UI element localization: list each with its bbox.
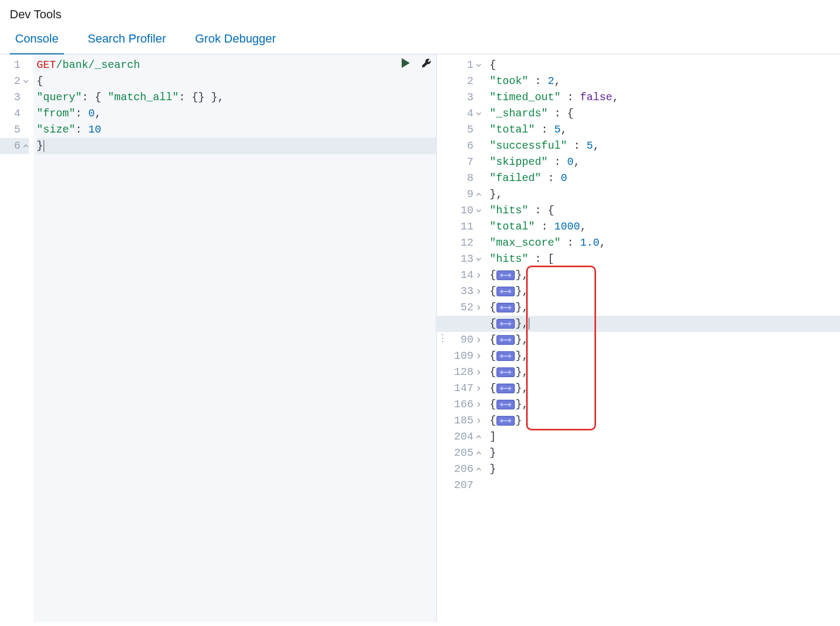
folded-object-chip[interactable]	[496, 416, 515, 426]
code-line[interactable]: {},	[489, 300, 840, 316]
code-line[interactable]: {},	[489, 332, 840, 348]
fold-collapsed-icon[interactable]	[475, 288, 482, 295]
folded-object-chip[interactable]	[496, 367, 515, 377]
code-line[interactable]: {},	[489, 380, 840, 397]
fold-collapsed-icon[interactable]	[475, 385, 482, 392]
code-line[interactable]: "from": 0,	[37, 106, 436, 122]
line-number: 6	[0, 138, 29, 154]
request-toolbar	[401, 58, 432, 74]
code-line[interactable]: "hits" : {	[489, 203, 840, 219]
line-number: 9	[437, 186, 482, 203]
code-line[interactable]: ]	[489, 429, 840, 445]
code-line[interactable]: "_shards" : {	[489, 106, 840, 122]
line-number: 204	[437, 429, 482, 445]
line-number: 205	[437, 445, 482, 461]
code-line[interactable]: {}	[489, 413, 840, 429]
fold-close-icon[interactable]	[23, 143, 29, 149]
fold-open-icon[interactable]	[475, 62, 482, 68]
response-viewer[interactable]: { "took" : 2, "timed_out" : false, "_sha…	[486, 54, 840, 622]
fold-close-icon[interactable]	[475, 466, 482, 472]
code-line[interactable]: {	[37, 73, 436, 89]
request-pane: 123456 GET /bank/_search{ "query": { "ma…	[0, 54, 437, 622]
code-line[interactable]: GET /bank/_search	[37, 57, 436, 73]
code-line[interactable]: {},	[489, 283, 840, 300]
tabs: ConsoleSearch ProfilerGrok Debugger	[0, 27, 840, 54]
code-line[interactable]	[489, 477, 840, 493]
line-number: 166	[437, 397, 482, 413]
code-line[interactable]: {},	[489, 267, 840, 283]
folded-object-chip[interactable]	[496, 384, 515, 393]
line-number: 10	[437, 203, 482, 219]
code-line[interactable]: "took" : 2,	[489, 73, 840, 89]
folded-object-chip[interactable]	[496, 351, 515, 361]
code-line[interactable]: "size": 10	[37, 122, 436, 138]
line-number: 5	[437, 122, 482, 138]
folded-object-chip[interactable]	[496, 400, 515, 409]
code-line[interactable]: {},	[489, 348, 840, 364]
code-line[interactable]: }	[489, 445, 840, 461]
line-number: 8	[437, 170, 482, 186]
code-line[interactable]: {	[489, 57, 840, 73]
code-line[interactable]: }	[37, 138, 436, 154]
code-line[interactable]: "hits" : [	[489, 251, 840, 267]
line-number: 1	[437, 57, 482, 73]
request-gutter: 123456	[0, 54, 33, 622]
line-number: 5	[0, 122, 29, 138]
fold-close-icon[interactable]	[475, 450, 482, 456]
code-line[interactable]: "max_score" : 1.0,	[489, 235, 840, 251]
code-line[interactable]: },	[489, 186, 840, 203]
wrench-icon[interactable]	[421, 58, 432, 74]
code-line[interactable]: "total" : 5,	[489, 122, 840, 138]
line-number: 11	[437, 219, 482, 235]
fold-close-icon[interactable]	[475, 191, 482, 198]
fold-collapsed-icon[interactable]	[475, 353, 482, 359]
folded-object-chip[interactable]	[496, 335, 515, 345]
line-number: 52	[437, 300, 482, 316]
tab-search-profiler[interactable]: Search Profiler	[82, 27, 172, 54]
folded-object-chip[interactable]	[496, 319, 515, 329]
run-button[interactable]	[401, 58, 410, 74]
fold-open-icon[interactable]	[475, 256, 482, 262]
fold-open-icon[interactable]	[23, 78, 29, 85]
fold-close-icon[interactable]	[475, 434, 482, 440]
code-line[interactable]: "timed_out" : false,	[489, 89, 840, 106]
line-number: 109	[437, 348, 482, 364]
code-line[interactable]: {},	[489, 364, 840, 380]
line-number: 13	[437, 251, 482, 267]
line-number: 185	[437, 413, 482, 429]
folded-object-chip[interactable]	[496, 270, 515, 280]
fold-open-icon[interactable]	[475, 110, 482, 117]
code-line[interactable]: "skipped" : 0,	[489, 154, 840, 170]
line-number: 14	[437, 267, 482, 283]
code-line[interactable]: }	[489, 461, 840, 477]
fold-open-icon[interactable]	[475, 207, 482, 214]
fold-collapsed-icon[interactable]	[475, 418, 482, 424]
code-line[interactable]: {},	[489, 397, 840, 413]
line-number: 6	[437, 138, 482, 154]
tab-grok-debugger[interactable]: Grok Debugger	[190, 27, 281, 54]
code-line[interactable]: "successful" : 5,	[489, 138, 840, 154]
line-number: 4	[437, 106, 482, 122]
code-line[interactable]: "query": { "match_all": {} },	[37, 89, 436, 106]
line-number: 3	[0, 89, 29, 106]
line-number: 4	[0, 106, 29, 122]
fold-collapsed-icon[interactable]	[475, 304, 482, 311]
line-number: 2	[437, 73, 482, 89]
line-number: 3	[437, 89, 482, 106]
line-number: 147	[437, 380, 482, 397]
drag-handle-icon[interactable]: ⋮	[437, 335, 448, 341]
code-line[interactable]: "total" : 1000,	[489, 219, 840, 235]
line-number: 12	[437, 235, 482, 251]
code-line[interactable]: {},	[436, 316, 840, 332]
code-line[interactable]: "failed" : 0	[489, 170, 840, 186]
folded-object-chip[interactable]	[496, 303, 515, 312]
line-number: 128	[437, 364, 482, 380]
fold-collapsed-icon[interactable]	[475, 369, 482, 375]
fold-collapsed-icon[interactable]	[475, 401, 482, 408]
request-editor[interactable]: GET /bank/_search{ "query": { "match_all…	[33, 54, 436, 622]
fold-collapsed-icon[interactable]	[475, 272, 482, 279]
tab-console[interactable]: Console	[10, 27, 64, 54]
editor-panes: 123456 GET /bank/_search{ "query": { "ma…	[0, 54, 840, 622]
folded-object-chip[interactable]	[496, 287, 515, 296]
fold-collapsed-icon[interactable]	[475, 337, 482, 343]
